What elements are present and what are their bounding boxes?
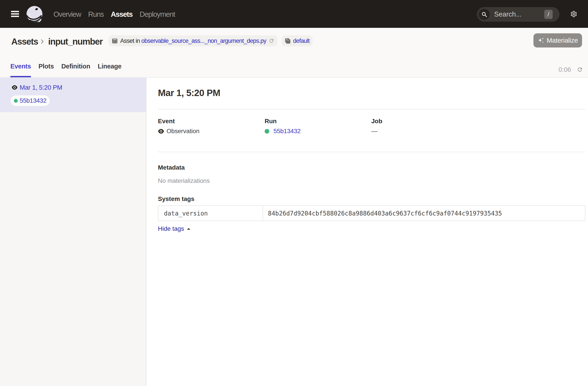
tab-definition[interactable]: Definition: [62, 55, 90, 77]
materialize-button[interactable]: Materialize: [533, 33, 582, 47]
search-icon: [481, 11, 487, 18]
asset-definition-chip: Asset in observable_source_ass..._non_ar…: [109, 35, 277, 46]
asset-group-chip: default: [282, 35, 313, 46]
search-placeholder: Search...: [494, 10, 522, 18]
system-tags-table: data_version 84b26d7d9204cbf588026c8a988…: [158, 205, 585, 221]
refresh-elapsed-time: 0:06: [559, 66, 571, 73]
hide-tags-toggle[interactable]: Hide tags: [158, 225, 190, 232]
asset-group-link[interactable]: default: [293, 38, 310, 44]
event-type-label: Observation: [167, 127, 199, 135]
system-tag-key: data_version: [158, 205, 263, 221]
search-input[interactable]: Search... /: [477, 7, 560, 22]
reload-definition-icon[interactable]: [269, 38, 274, 44]
materialize-label: Materialize: [547, 37, 578, 44]
event-column-label: Event: [158, 118, 265, 125]
nav-item-deployment[interactable]: Deployment: [140, 10, 175, 19]
event-list-sidebar: Mar 1, 5:20 PM 55b13432: [0, 78, 147, 386]
run-column: Run 55b13432: [265, 118, 371, 135]
asset-tabs: Events Plots Definition Lineage: [10, 55, 122, 77]
job-empty-value: —: [371, 127, 378, 135]
hide-tags-label: Hide tags: [158, 225, 184, 232]
nav-item-runs[interactable]: Runs: [88, 10, 104, 19]
run-status-dot-detail: [265, 129, 269, 134]
asset-chip-prefix: Asset in: [120, 38, 140, 44]
event-date-link[interactable]: Mar 1, 5:20 PM: [20, 84, 62, 91]
search-icon-circle: [479, 9, 490, 20]
event-detail-title: Mar 1, 5:20 PM: [158, 87, 585, 99]
breadcrumb-assets-link[interactable]: Assets: [11, 37, 38, 47]
nav-item-assets[interactable]: Assets: [111, 10, 132, 19]
run-id-label: 55b13432: [20, 97, 46, 104]
system-tags-heading: System tags: [158, 195, 585, 203]
content-area: Mar 1, 5:20 PM 55b13432 Mar 1, 5:20 PM E…: [0, 78, 588, 386]
top-navigation-bar: Overview Runs Assets Deployment Search..…: [0, 0, 588, 28]
breadcrumb-chevron-icon: [39, 38, 45, 45]
primary-nav: Overview Runs Assets Deployment: [53, 10, 175, 19]
metadata-empty-text: No materializations: [158, 177, 585, 185]
breadcrumb-asset-name: input_number: [48, 37, 103, 47]
run-column-label: Run: [265, 118, 371, 125]
asset-tabs-row: Events Plots Definition Lineage 0:06: [0, 55, 588, 78]
tab-lineage[interactable]: Lineage: [98, 55, 122, 77]
event-date-row: Mar 1, 5:20 PM: [12, 83, 146, 92]
event-list-item-selected[interactable]: Mar 1, 5:20 PM 55b13432: [0, 78, 146, 112]
metadata-heading: Metadata: [158, 164, 585, 171]
search-shortcut-badge: /: [544, 10, 553, 19]
run-id-link[interactable]: 55b13432: [273, 127, 301, 135]
menu-hamburger-button[interactable]: [11, 11, 19, 17]
asset-group-icon: [285, 38, 291, 44]
settings-gear-icon[interactable]: [570, 11, 577, 18]
asset-header-row: Assets input_number Asset in observable_…: [0, 28, 588, 55]
sparkles-icon: [538, 37, 545, 44]
refresh-icon[interactable]: [577, 66, 583, 73]
system-tag-value: 84b26d7d9204cbf588026c8a9886d403a6c9637c…: [263, 205, 585, 221]
tab-plots[interactable]: Plots: [39, 55, 54, 77]
nav-item-overview[interactable]: Overview: [53, 10, 81, 19]
dagster-logo[interactable]: [26, 6, 43, 22]
refresh-zone: 0:06: [559, 59, 583, 81]
observation-eye-icon: [12, 85, 18, 90]
divider-under-title: [158, 109, 585, 110]
job-column-label: Job: [371, 118, 478, 125]
caret-up-icon: [187, 228, 190, 230]
event-column: Event Observation: [158, 118, 265, 135]
event-detail-panel: Mar 1, 5:20 PM Event Observation Run: [147, 78, 588, 386]
run-status-dot: [14, 99, 18, 103]
event-detail-columns: Event Observation Run 55b13432: [158, 118, 585, 135]
event-type-eye-icon: [158, 129, 164, 134]
job-column: Job —: [371, 118, 478, 135]
system-tag-row: data_version 84b26d7d9204cbf588026c8a988…: [158, 205, 585, 221]
table-icon: [112, 38, 118, 44]
tab-events[interactable]: Events: [10, 55, 31, 77]
asset-file-link[interactable]: observable_source_ass..._non_argument_de…: [141, 38, 266, 44]
divider-above-metadata: [158, 152, 585, 152]
run-id-chip[interactable]: 55b13432: [11, 95, 50, 106]
